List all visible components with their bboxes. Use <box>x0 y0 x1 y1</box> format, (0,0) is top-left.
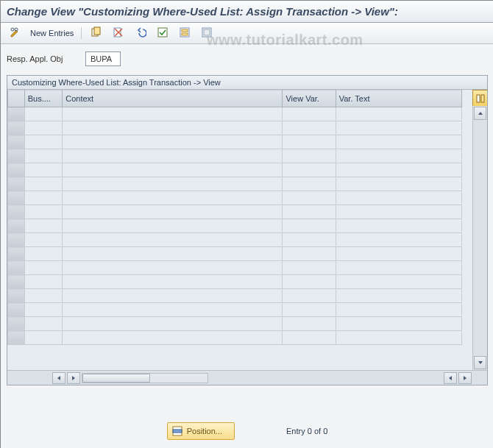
table-row[interactable] <box>8 177 462 191</box>
table-row[interactable] <box>8 135 462 149</box>
table-row[interactable] <box>8 107 462 121</box>
table-row[interactable] <box>8 163 462 177</box>
cell-bus[interactable] <box>24 233 63 247</box>
scroll-right-button-2[interactable] <box>458 372 472 384</box>
row-selector[interactable] <box>8 289 25 303</box>
row-selector[interactable] <box>8 149 25 163</box>
cell-bus[interactable] <box>24 303 63 317</box>
cell-context[interactable] <box>63 247 283 261</box>
row-selector-header[interactable] <box>8 90 25 107</box>
row-selector[interactable] <box>8 261 25 275</box>
table-row[interactable] <box>8 261 462 275</box>
cell-bus[interactable] <box>24 163 63 177</box>
cell-view-var[interactable] <box>283 107 336 121</box>
scroll-left-button-2[interactable] <box>444 372 457 384</box>
cell-view-var[interactable] <box>283 233 336 247</box>
cell-view-var[interactable] <box>283 191 336 205</box>
cell-view-var[interactable] <box>283 121 336 135</box>
row-selector[interactable] <box>8 121 25 135</box>
cell-var-text[interactable] <box>336 261 461 275</box>
cell-context[interactable] <box>63 275 283 289</box>
table-row[interactable] <box>8 205 462 219</box>
scroll-up-button[interactable] <box>474 107 486 120</box>
row-selector[interactable] <box>8 191 25 205</box>
col-header-view-var[interactable]: View Var. <box>283 90 336 107</box>
cell-bus[interactable] <box>24 135 63 149</box>
cell-view-var[interactable] <box>283 177 336 191</box>
select-all-button[interactable] <box>154 26 171 40</box>
col-header-var-text[interactable]: Var. Text <box>336 90 461 107</box>
cell-var-text[interactable] <box>336 163 461 177</box>
row-selector[interactable] <box>8 331 25 345</box>
cell-view-var[interactable] <box>283 163 336 177</box>
deselect-all-button[interactable] <box>198 26 216 40</box>
cell-bus[interactable] <box>24 289 63 303</box>
position-button[interactable]: Position... <box>167 422 235 440</box>
configure-columns-button[interactable] <box>472 90 487 107</box>
cell-bus[interactable] <box>24 219 63 233</box>
row-selector[interactable] <box>8 177 25 191</box>
cell-bus[interactable] <box>24 205 63 219</box>
cell-context[interactable] <box>63 331 283 345</box>
cell-var-text[interactable] <box>336 289 461 303</box>
row-selector[interactable] <box>8 219 25 233</box>
row-selector[interactable] <box>8 275 25 289</box>
table-row[interactable] <box>8 219 462 233</box>
cell-var-text[interactable] <box>336 149 461 163</box>
cell-bus[interactable] <box>24 317 63 331</box>
cell-bus[interactable] <box>24 247 63 261</box>
table-row[interactable] <box>8 303 462 317</box>
hscroll-thumb[interactable] <box>82 374 150 383</box>
cell-view-var[interactable] <box>283 289 336 303</box>
cell-context[interactable] <box>63 233 283 247</box>
cell-view-var[interactable] <box>283 247 336 261</box>
toggle-display-change-button[interactable] <box>7 26 24 40</box>
horizontal-scrollbar[interactable] <box>7 370 487 385</box>
col-header-bus[interactable]: Bus.... <box>24 90 63 107</box>
vscroll-track[interactable] <box>474 121 486 355</box>
cell-bus[interactable] <box>24 191 63 205</box>
cell-context[interactable] <box>63 219 283 233</box>
cell-context[interactable] <box>63 149 283 163</box>
cell-var-text[interactable] <box>336 233 461 247</box>
cell-var-text[interactable] <box>336 135 461 149</box>
undo-button[interactable] <box>132 26 149 40</box>
cell-context[interactable] <box>63 191 283 205</box>
cell-var-text[interactable] <box>336 191 461 205</box>
cell-bus[interactable] <box>24 149 63 163</box>
cell-context[interactable] <box>63 177 283 191</box>
cell-bus[interactable] <box>24 107 63 121</box>
table-row[interactable] <box>8 149 462 163</box>
cell-bus[interactable] <box>24 177 63 191</box>
cell-var-text[interactable] <box>336 121 461 135</box>
cell-bus[interactable] <box>24 331 63 345</box>
table-row[interactable] <box>8 289 462 303</box>
cell-view-var[interactable] <box>283 275 336 289</box>
row-selector[interactable] <box>8 107 25 121</box>
col-header-context[interactable]: Context <box>63 90 283 107</box>
hscroll-track-left[interactable] <box>82 373 208 383</box>
table-row[interactable] <box>8 247 462 261</box>
cell-context[interactable] <box>63 303 283 317</box>
scroll-right-button[interactable] <box>67 372 80 384</box>
cell-context[interactable] <box>63 107 283 121</box>
row-selector[interactable] <box>8 317 25 331</box>
cell-var-text[interactable] <box>336 177 461 191</box>
cell-bus[interactable] <box>24 121 63 135</box>
cell-bus[interactable] <box>24 275 63 289</box>
scroll-left-button[interactable] <box>52 372 65 384</box>
cell-context[interactable] <box>63 121 283 135</box>
copy-as-button[interactable] <box>88 26 105 40</box>
resp-appl-obj-field[interactable]: BUPA <box>85 51 121 66</box>
row-selector[interactable] <box>8 247 25 261</box>
vertical-scrollbar[interactable] <box>472 106 487 370</box>
cell-view-var[interactable] <box>283 149 336 163</box>
cell-view-var[interactable] <box>283 331 336 345</box>
delete-button[interactable] <box>110 26 127 40</box>
cell-context[interactable] <box>63 163 283 177</box>
table-row[interactable] <box>8 275 462 289</box>
cell-context[interactable] <box>63 317 283 331</box>
row-selector[interactable] <box>8 135 25 149</box>
cell-view-var[interactable] <box>283 303 336 317</box>
cell-var-text[interactable] <box>336 247 461 261</box>
